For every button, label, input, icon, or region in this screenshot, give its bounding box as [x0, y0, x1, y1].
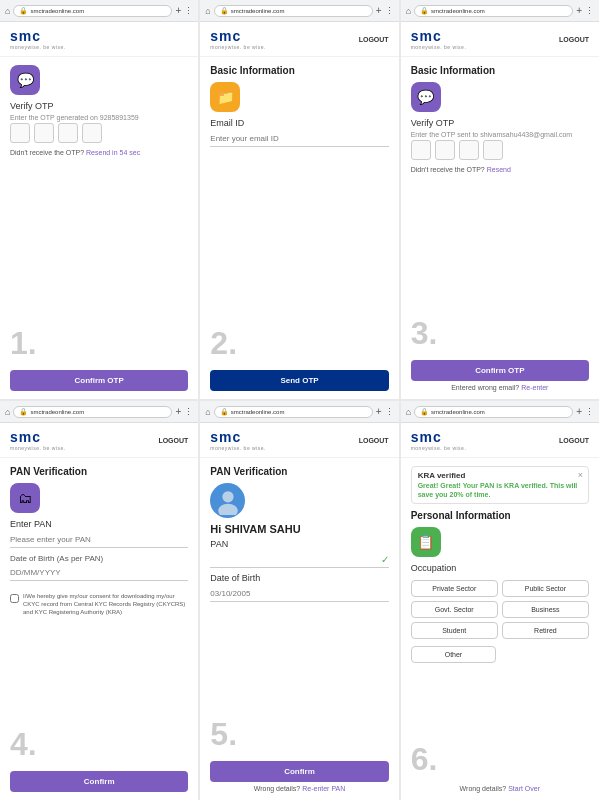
logout-button-6[interactable]: LOGOUT [559, 437, 589, 444]
confirm-otp-button-1[interactable]: Confirm OTP [10, 370, 188, 391]
card6-icon: 📋 [411, 527, 441, 557]
menu-icon-6[interactable]: ⋮ [585, 407, 594, 417]
file-icon: 🗂 [18, 490, 32, 506]
menu-icon-2[interactable]: ⋮ [385, 6, 394, 16]
new-tab-button-6[interactable]: + [576, 406, 582, 417]
pan-value-input[interactable] [210, 552, 380, 567]
app-header-2: smc moneywise. be wise. LOGOUT [200, 22, 398, 57]
step-number-4: 4. [10, 722, 188, 767]
occupation-private-sector[interactable]: Private Sector [411, 580, 498, 597]
otp-box-3-3[interactable] [459, 140, 479, 160]
pan-input[interactable] [10, 532, 188, 548]
confirm-button-5[interactable]: Confirm [210, 761, 388, 782]
consent-text: I/We hereby give my/our consent for down… [23, 593, 188, 616]
smc-logo-4: smc moneywise. be wise. [10, 429, 66, 451]
browser-bar-2: ⌂ 🔒 smctradeonline.com + ⋮ [200, 0, 398, 22]
logout-button-2[interactable]: LOGOUT [359, 36, 389, 43]
new-tab-button[interactable]: + [175, 5, 181, 16]
wrong-details-5: Wrong details? Re-enter PAN [210, 785, 388, 792]
otp-box-3[interactable] [58, 123, 78, 143]
card2-content: Basic Information 📁 Email ID 2. Send OTP [200, 57, 398, 399]
url-text-4: smctradeonline.com [30, 409, 84, 415]
browser-bar-6: ⌂ 🔒 smctradeonline.com + ⋮ [401, 401, 599, 423]
svg-point-1 [218, 503, 238, 514]
confirm-button-4[interactable]: Confirm [10, 771, 188, 792]
user-greeting: Hi SHIVAM SAHU [210, 523, 388, 535]
verify-otp-label-3: Verify OTP [411, 118, 589, 128]
otp-box-2[interactable] [34, 123, 54, 143]
section-title-4: PAN Verification [10, 466, 188, 477]
smc-logo-2: smc moneywise. be wise. [210, 28, 266, 50]
dob-field-label: Date of Birth [210, 573, 388, 583]
occupation-retired[interactable]: Retired [502, 622, 589, 639]
consent-checkbox[interactable] [10, 594, 19, 603]
url-text-2: smctradeonline.com [231, 8, 285, 14]
chat-icon-3: 💬 [417, 89, 434, 105]
new-tab-button-3[interactable]: + [576, 5, 582, 16]
home-icon-3: ⌂ [406, 6, 411, 16]
otp-box-1[interactable] [10, 123, 30, 143]
phone-card-1: ⌂ 🔒 smctradeonline.com + ⋮ smc moneywise… [0, 0, 198, 399]
card6-content: × KRA verified Great! Great! Your PAN is… [401, 458, 599, 800]
otp-box-3-1[interactable] [411, 140, 431, 160]
start-over-link[interactable]: Start Over [508, 785, 540, 792]
document-icon: 📋 [417, 534, 434, 550]
kra-body: Great! Great! Your PAN is KRA verified. … [418, 481, 582, 499]
confirm-otp-button-3[interactable]: Confirm OTP [411, 360, 589, 381]
new-tab-button-4[interactable]: + [175, 406, 181, 417]
resend-link[interactable]: Resend in 54 sec [86, 149, 140, 156]
occupation-business[interactable]: Business [502, 601, 589, 618]
url-text: smctradeonline.com [30, 8, 84, 14]
lock-icon-2: 🔒 [220, 7, 229, 15]
browser-bar-5: ⌂ 🔒 smctradeonline.com + ⋮ [200, 401, 398, 423]
menu-icon-3[interactable]: ⋮ [585, 6, 594, 16]
section-title-2: Basic Information [210, 65, 388, 76]
email-input[interactable] [210, 131, 388, 147]
send-otp-button[interactable]: Send OTP [210, 370, 388, 391]
logo-tagline-6: moneywise. be wise. [411, 445, 467, 451]
logo-text-2: smc [210, 28, 241, 44]
occupation-student[interactable]: Student [411, 622, 498, 639]
logo-text-5: smc [210, 429, 241, 445]
occupation-other[interactable]: Other [411, 646, 497, 663]
card4-content: PAN Verification 🗂 Enter PAN Date of Bir… [0, 458, 198, 800]
card3-content: Basic Information 💬 Verify OTP Enter the… [401, 57, 599, 399]
logout-button-5[interactable]: LOGOUT [359, 437, 389, 444]
verify-otp-label: Verify OTP [10, 101, 188, 111]
otp-box-3-2[interactable] [435, 140, 455, 160]
app-header-6: smc moneywise. be wise. LOGOUT [401, 423, 599, 458]
otp-box-4[interactable] [82, 123, 102, 143]
kra-close-button[interactable]: × [578, 470, 583, 480]
otp-box-3-4[interactable] [483, 140, 503, 160]
resend-link-3[interactable]: Resend [487, 166, 511, 173]
chat-icon: 💬 [17, 72, 34, 88]
url-box-2: 🔒 smctradeonline.com [214, 5, 373, 17]
dob-value-input[interactable] [210, 586, 388, 602]
card4-icon: 🗂 [10, 483, 40, 513]
section-title-5: PAN Verification [210, 466, 388, 477]
reenter-link-3[interactable]: Re-enter [521, 384, 548, 391]
dob-input[interactable] [10, 565, 188, 581]
lock-icon-3: 🔒 [420, 7, 429, 15]
reenter-pan-link[interactable]: Re-enter PAN [302, 785, 345, 792]
browser-bar-3: ⌂ 🔒 smctradeonline.com + ⋮ [401, 0, 599, 22]
otp-input-group [10, 123, 188, 143]
lock-icon: 🔒 [19, 7, 28, 15]
card5-content: PAN Verification Hi SHIVAM SAHU PAN ✓ Da… [200, 458, 398, 800]
logout-button-4[interactable]: LOGOUT [158, 437, 188, 444]
new-tab-button-5[interactable]: + [376, 406, 382, 417]
menu-icon-5[interactable]: ⋮ [385, 407, 394, 417]
phone-card-2: ⌂ 🔒 smctradeonline.com + ⋮ smc moneywise… [200, 0, 398, 399]
step-number-5: 5. [210, 712, 388, 757]
occupation-govt-sector[interactable]: Govt. Sector [411, 601, 498, 618]
step-number-3: 3. [411, 311, 589, 356]
wrong-email-text: Entered wrong email? Re-enter [411, 384, 589, 391]
logo-tagline-4: moneywise. be wise. [10, 445, 66, 451]
logout-button-3[interactable]: LOGOUT [559, 36, 589, 43]
menu-icon-4[interactable]: ⋮ [184, 407, 193, 417]
new-tab-button-2[interactable]: + [376, 5, 382, 16]
occupation-public-sector[interactable]: Public Sector [502, 580, 589, 597]
menu-icon[interactable]: ⋮ [184, 6, 193, 16]
step-number-6: 6. [411, 737, 589, 782]
logo-tagline-5: moneywise. be wise. [210, 445, 266, 451]
